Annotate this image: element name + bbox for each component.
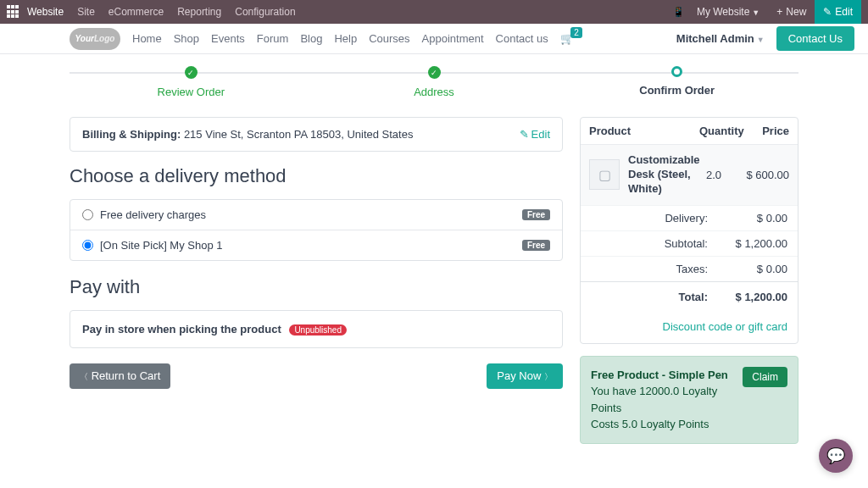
- return-to-cart-button[interactable]: 〈 Return to Cart: [70, 363, 170, 389]
- billing-address: 215 Vine St, Scranton PA 18503, United S…: [184, 128, 414, 141]
- nav-blog[interactable]: Blog: [300, 32, 322, 45]
- subtotal-value: $ 1,200.00: [728, 237, 787, 250]
- chevron-left-icon: 〈: [80, 372, 88, 381]
- col-price: Price: [745, 125, 789, 137]
- col-quantity: Quantity: [699, 125, 745, 137]
- mobile-icon[interactable]: 📱: [672, 6, 685, 18]
- summary-product-row: ▢ Customizable Desk (Steel, White) 2.0 $…: [581, 144, 798, 205]
- promo-banner: Free Product - Simple Pen You have 12000…: [580, 356, 798, 444]
- nav-shop[interactable]: Shop: [174, 32, 199, 45]
- nav-help[interactable]: Help: [334, 32, 357, 45]
- promo-line2: Costs 5.0 Loyalty Points: [591, 418, 709, 430]
- user-menu[interactable]: Mitchell Admin▼: [676, 32, 765, 45]
- edit-button[interactable]: ✎Edit: [815, 0, 861, 24]
- nav-events[interactable]: Events: [211, 32, 245, 45]
- claim-button[interactable]: Claim: [743, 367, 787, 387]
- pencil-icon: ✎: [520, 128, 529, 141]
- chat-fab[interactable]: 💬: [819, 439, 853, 473]
- product-thumbnail: ▢: [589, 159, 620, 190]
- product-price: $ 600.00: [738, 169, 789, 181]
- step-confirm: Confirm Order: [555, 66, 798, 98]
- new-button[interactable]: +New: [768, 0, 815, 24]
- promo-title: Free Product - Simple Pen: [591, 367, 743, 384]
- total-value: $ 1,200.00: [728, 291, 787, 303]
- col-product: Product: [589, 125, 699, 137]
- cart-button[interactable]: 🛒2: [560, 32, 574, 45]
- mywebsite-dropdown[interactable]: My Website▼: [697, 6, 760, 18]
- pay-now-button[interactable]: Pay Now 〉: [487, 363, 563, 389]
- delivery-radio-pickup[interactable]: [82, 240, 93, 251]
- nav-appointment[interactable]: Appointment: [422, 32, 484, 45]
- check-icon: ✓: [185, 66, 198, 79]
- app-brand: Website: [27, 6, 64, 18]
- billing-label: Billing & Shipping:: [82, 128, 181, 141]
- nav-courses[interactable]: Courses: [369, 32, 409, 45]
- topmenu-ecommerce[interactable]: eCommerce: [108, 6, 164, 18]
- contactus-button[interactable]: Contact Us: [776, 26, 854, 51]
- topmenu-configuration[interactable]: Configuration: [235, 6, 295, 18]
- topmenu-reporting[interactable]: Reporting: [177, 6, 221, 18]
- delivery-radio-free[interactable]: [82, 209, 93, 220]
- checkout-stepper: ✓ Review Order ✓ Address Confirm Order: [70, 66, 798, 98]
- logo[interactable]: YourLogo: [70, 28, 120, 50]
- unpublished-badge: Unpublished: [289, 324, 347, 336]
- delivery-label: Delivery:: [591, 212, 708, 225]
- delivery-option-pickup[interactable]: [On Site Pick] My Shop 1 Free: [70, 230, 562, 260]
- payment-card: Pay in store when picking the product Un…: [70, 310, 563, 348]
- active-step-icon: [671, 66, 682, 77]
- apps-icon[interactable]: [7, 5, 20, 19]
- delivery-options: Free delivery charges Free [On Site Pick…: [70, 199, 563, 261]
- payment-text: Pay in store when picking the product: [82, 323, 281, 336]
- nav-home[interactable]: Home: [132, 32, 162, 45]
- step-review[interactable]: ✓ Review Order: [70, 66, 313, 98]
- subtotal-label: Subtotal:: [591, 237, 708, 250]
- edit-address-link[interactable]: ✎Edit: [520, 128, 550, 141]
- free-badge: Free: [522, 209, 550, 220]
- pay-heading: Pay with: [70, 276, 563, 298]
- nav-contactus[interactable]: Contact us: [496, 32, 548, 45]
- promo-line1: You have 12000.0 Loyalty Points: [591, 385, 717, 414]
- product-name: Customizable Desk (Steel, White): [628, 153, 706, 197]
- cart-badge: 2: [570, 27, 582, 38]
- delivery-option-free[interactable]: Free delivery charges Free: [70, 200, 562, 230]
- total-label: Total:: [591, 291, 708, 303]
- billing-card: Billing & Shipping: 215 Vine St, Scranto…: [70, 117, 563, 152]
- delivery-heading: Choose a delivery method: [70, 165, 563, 187]
- step-address[interactable]: ✓ Address: [313, 66, 556, 98]
- chat-icon: 💬: [826, 446, 845, 465]
- order-summary: Product Quantity Price ▢ Customizable De…: [580, 117, 798, 344]
- delivery-value: $ 0.00: [728, 212, 787, 225]
- product-qty: 2.0: [706, 169, 738, 181]
- check-icon: ✓: [428, 66, 441, 79]
- topmenu-site[interactable]: Site: [77, 6, 95, 18]
- nav-forum[interactable]: Forum: [257, 32, 289, 45]
- chevron-right-icon: 〉: [544, 372, 553, 381]
- taxes-label: Taxes:: [591, 263, 708, 275]
- taxes-value: $ 0.00: [728, 263, 787, 275]
- discount-code-link[interactable]: Discount code or gift card: [663, 320, 787, 333]
- free-badge: Free: [522, 240, 550, 251]
